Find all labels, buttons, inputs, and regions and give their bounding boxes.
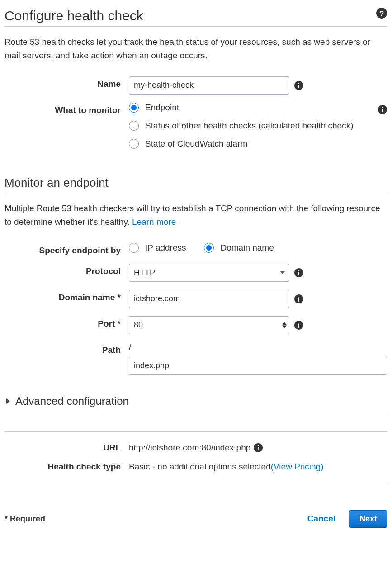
cancel-button[interactable]: Cancel bbox=[307, 514, 335, 524]
label-health-check-type: Health check type bbox=[5, 462, 129, 472]
row-protocol: Protocol HTTP i bbox=[5, 264, 387, 282]
label-domain-name: Domain name * bbox=[5, 290, 129, 303]
row-domain-name: Domain name * i bbox=[5, 290, 387, 308]
svg-text:i: i bbox=[298, 296, 300, 303]
footer: * Required Cancel Next bbox=[5, 510, 387, 528]
next-button[interactable]: Next bbox=[349, 510, 387, 528]
value-health-check-type: Basic - no additional options selected bbox=[129, 462, 271, 472]
path-input[interactable] bbox=[129, 357, 387, 375]
section-header-monitor-endpoint: Monitor an endpoint bbox=[5, 162, 387, 193]
row-path: Path / bbox=[5, 342, 387, 375]
radio-icon bbox=[204, 243, 214, 253]
radio-option-calculated[interactable]: Status of other health checks (calculate… bbox=[129, 121, 387, 131]
svg-text:i: i bbox=[298, 322, 300, 329]
radio-icon bbox=[129, 243, 139, 253]
summary-row-type: Health check type Basic - no additional … bbox=[5, 462, 387, 472]
advanced-configuration-toggle[interactable]: Advanced configuration bbox=[5, 393, 387, 413]
radio-label: State of CloudWatch alarm bbox=[145, 139, 247, 149]
summary-block: URL http://ictshore.com:80/index.php i H… bbox=[5, 431, 387, 483]
radio-label: Domain name bbox=[220, 243, 274, 253]
section-title: Monitor an endpoint bbox=[5, 176, 109, 190]
svg-text:i: i bbox=[298, 270, 300, 276]
radio-option-endpoint[interactable]: Endpoint bbox=[129, 103, 387, 113]
label-protocol: Protocol bbox=[5, 264, 129, 276]
domain-name-input[interactable] bbox=[129, 290, 289, 308]
view-pricing-link[interactable]: (View Pricing) bbox=[271, 462, 324, 472]
path-slash: / bbox=[129, 342, 131, 352]
radio-icon bbox=[129, 121, 139, 131]
radio-label: Status of other health checks (calculate… bbox=[145, 121, 353, 131]
info-icon[interactable]: i bbox=[253, 443, 263, 453]
value-url: http://ictshore.com:80/index.php bbox=[129, 443, 250, 453]
port-input[interactable] bbox=[129, 316, 289, 334]
svg-text:i: i bbox=[382, 106, 383, 113]
svg-text:?: ? bbox=[379, 9, 384, 18]
learn-more-link[interactable]: Learn more bbox=[132, 217, 176, 227]
page-title: Configure health check bbox=[5, 8, 143, 24]
radio-option-domain-name[interactable]: Domain name bbox=[204, 243, 274, 253]
row-name: Name i bbox=[5, 76, 387, 95]
radio-option-cloudwatch[interactable]: State of CloudWatch alarm bbox=[129, 139, 387, 149]
radio-label: Endpoint bbox=[145, 103, 179, 113]
radio-label: IP address bbox=[145, 243, 186, 253]
svg-text:i: i bbox=[257, 445, 259, 451]
required-note: * Required bbox=[5, 514, 45, 524]
label-url: URL bbox=[5, 443, 129, 453]
info-icon[interactable]: i bbox=[294, 294, 304, 304]
row-port: Port * i bbox=[5, 316, 387, 334]
protocol-select[interactable]: HTTP bbox=[129, 264, 289, 282]
label-specify-endpoint: Specify endpoint by bbox=[5, 243, 129, 256]
endpoint-description: Multiple Route 53 health checkers will t… bbox=[5, 202, 387, 229]
radio-icon bbox=[129, 139, 139, 149]
label-what-to-monitor: What to monitor bbox=[5, 103, 129, 115]
info-icon[interactable]: i bbox=[294, 81, 304, 90]
radio-icon bbox=[129, 103, 139, 113]
info-icon[interactable]: i bbox=[294, 268, 304, 278]
radio-option-ip-address[interactable]: IP address bbox=[129, 243, 186, 253]
row-specify-endpoint: Specify endpoint by IP address Domain na… bbox=[5, 243, 387, 256]
info-icon[interactable]: i bbox=[294, 320, 304, 330]
caret-right-icon bbox=[6, 398, 10, 404]
name-input[interactable] bbox=[129, 76, 289, 95]
advanced-title: Advanced configuration bbox=[15, 395, 129, 407]
row-what-to-monitor: What to monitor Endpoint Status of other… bbox=[5, 103, 387, 149]
label-port: Port * bbox=[5, 316, 129, 329]
svg-text:i: i bbox=[298, 82, 300, 89]
label-name: Name bbox=[5, 76, 129, 89]
page-description: Route 53 health checks let you track the… bbox=[5, 35, 387, 63]
summary-row-url: URL http://ictshore.com:80/index.php i bbox=[5, 443, 387, 453]
help-icon[interactable]: ? bbox=[376, 7, 387, 21]
label-path: Path bbox=[5, 342, 129, 355]
info-icon[interactable]: i bbox=[378, 104, 387, 114]
section-header-configure: Configure health check ? bbox=[5, 5, 387, 27]
